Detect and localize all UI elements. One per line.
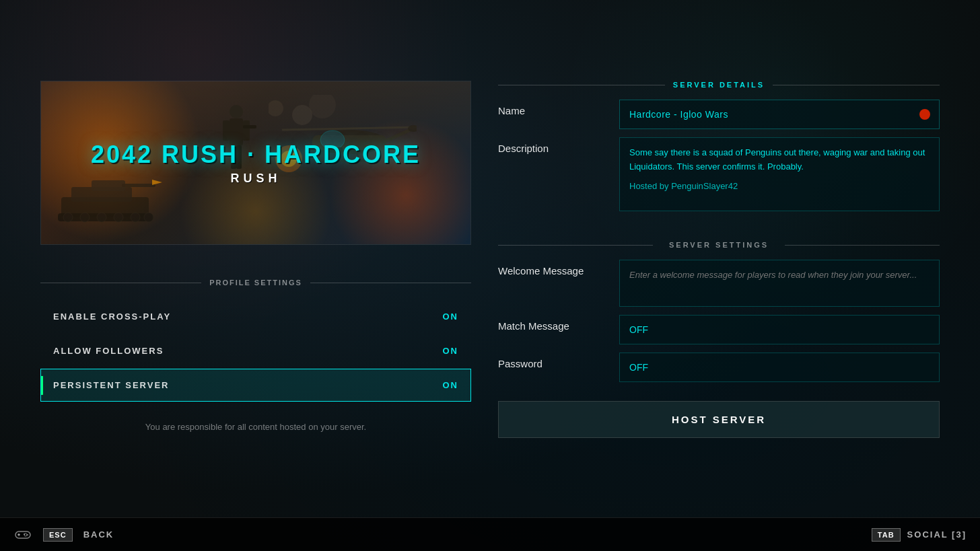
settings-line-left — [498, 245, 653, 246]
description-hosted: Hosted by PenguinSlayer42 — [629, 181, 930, 191]
left-panel: 2042 RUSH · HARDCORE RUSH PROFILE SETTIN… — [40, 81, 471, 511]
game-banner: 2042 RUSH · HARDCORE RUSH — [40, 81, 471, 245]
settings-line-right — [785, 245, 940, 246]
match-message-value[interactable]: OFF — [619, 315, 940, 344]
header-line-left — [498, 85, 665, 85]
match-message-row: Match Message OFF — [498, 315, 940, 344]
password-label: Password — [498, 353, 606, 369]
name-error-icon — [919, 109, 930, 120]
server-description-row: Description Some say there is a squad of… — [498, 137, 940, 211]
divider-line-right — [310, 283, 471, 283]
description-box[interactable]: Some say there is a squad of Penguins ou… — [619, 137, 940, 211]
bottom-left: ESC BACK — [13, 525, 114, 544]
server-name-row: Name — [498, 100, 940, 129]
name-label: Name — [498, 100, 606, 116]
svg-point-38 — [27, 534, 28, 536]
disclaimer: You are responsible for all content host… — [40, 422, 471, 432]
profile-settings-label: PROFILE SETTINGS — [209, 279, 302, 287]
server-settings-label: SERVER SETTINGS — [669, 241, 769, 249]
cross-play-row[interactable]: ENABLE CROSS-PLAY ON — [40, 300, 471, 333]
server-details-section: SERVER DETAILS Name Description Some say… — [498, 81, 940, 219]
social-label: SOCIAL [3] — [907, 529, 967, 540]
welcome-message-row: Welcome Message — [498, 260, 940, 307]
profile-settings: PROFILE SETTINGS ENABLE CROSS-PLAY ON AL… — [40, 279, 471, 432]
server-details-header: SERVER DETAILS — [498, 81, 940, 89]
gamepad-icon — [13, 525, 32, 544]
password-value[interactable]: OFF — [619, 353, 940, 382]
welcome-message-input[interactable] — [619, 260, 940, 307]
svg-rect-37 — [18, 533, 20, 536]
host-server-button[interactable]: HOST SERVER — [498, 401, 940, 438]
persistent-server-value: ON — [443, 380, 459, 390]
divider-line-left — [40, 283, 201, 283]
bottom-right: TAB SOCIAL [3] — [872, 528, 967, 542]
server-settings-section: SERVER SETTINGS Welcome Message Match Me… — [498, 241, 940, 438]
allow-followers-value: ON — [443, 346, 459, 356]
tab-key-badge[interactable]: TAB — [872, 528, 901, 542]
banner-subtitle: RUSH — [230, 172, 281, 186]
cross-play-label: ENABLE CROSS-PLAY — [53, 311, 171, 322]
persistent-server-label: PERSISTENT SERVER — [53, 380, 169, 390]
server-name-input[interactable] — [619, 100, 940, 129]
match-message-label: Match Message — [498, 315, 606, 332]
persistent-server-row[interactable]: PERSISTENT SERVER ON — [40, 369, 471, 402]
svg-point-39 — [24, 534, 25, 535]
welcome-message-label: Welcome Message — [498, 260, 606, 277]
banner-title: 2042 RUSH · HARDCORE — [91, 141, 421, 169]
server-settings-header: SERVER SETTINGS — [498, 241, 940, 249]
right-panel: SERVER DETAILS Name Description Some say… — [498, 81, 940, 511]
cross-play-value: ON — [443, 311, 459, 322]
active-indicator — [41, 375, 43, 394]
bottom-bar: ESC BACK TAB SOCIAL [3] — [0, 517, 980, 551]
allow-followers-label: ALLOW FOLLOWERS — [53, 346, 164, 356]
main-container: 2042 RUSH · HARDCORE RUSH PROFILE SETTIN… — [0, 0, 980, 551]
allow-followers-row[interactable]: ALLOW FOLLOWERS ON — [40, 334, 471, 367]
back-label: BACK — [83, 529, 114, 540]
server-details-label: SERVER DETAILS — [673, 81, 765, 89]
profile-settings-divider: PROFILE SETTINGS — [40, 279, 471, 287]
description-text: Some say there is a squad of Penguins ou… — [629, 146, 930, 174]
header-line-right — [773, 85, 940, 85]
name-input-wrapper — [619, 100, 940, 129]
banner-text-overlay: 2042 RUSH · HARDCORE RUSH — [41, 81, 470, 244]
password-row: Password OFF — [498, 353, 940, 382]
description-label: Description — [498, 137, 606, 154]
esc-key-badge[interactable]: ESC — [43, 528, 73, 542]
